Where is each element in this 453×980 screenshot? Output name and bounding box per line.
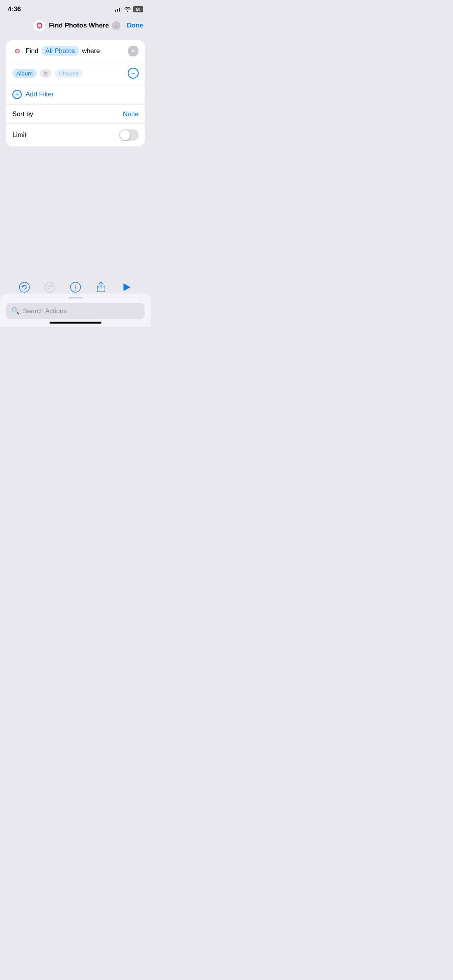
nav-title: Find Photos Where xyxy=(49,22,109,29)
search-icon: 🔍 xyxy=(12,307,20,315)
where-label: where xyxy=(82,47,100,55)
battery-icon: 50 xyxy=(133,6,143,12)
wifi-icon xyxy=(124,7,131,12)
svg-point-16 xyxy=(19,282,29,292)
toggle-knob xyxy=(120,130,130,140)
sort-row[interactable]: Sort by None xyxy=(6,105,145,124)
done-button[interactable]: Done xyxy=(127,22,143,29)
nav-title-area: Find Photos Where ⌄ xyxy=(33,19,120,32)
search-bar[interactable]: 🔍 Search Actions xyxy=(6,303,145,319)
redo-button[interactable] xyxy=(41,279,58,296)
sheet-handle xyxy=(69,297,82,298)
status-icons: 50 xyxy=(115,6,143,12)
play-icon xyxy=(121,282,132,293)
choose-pill[interactable]: Choose xyxy=(55,69,82,78)
svg-marker-21 xyxy=(124,283,130,291)
action-card: Find All Photos where Album is Choose − … xyxy=(6,40,145,146)
status-time: 4:36 xyxy=(8,5,21,13)
chevron-down-icon[interactable]: ⌄ xyxy=(112,21,120,30)
undo-icon xyxy=(19,281,30,293)
photos-app-icon xyxy=(33,19,46,32)
limit-row: Limit xyxy=(6,124,145,146)
main-content: Find All Photos where Album is Choose − … xyxy=(0,36,151,150)
sort-value: None xyxy=(123,110,139,118)
share-icon xyxy=(96,281,106,293)
limit-label: Limit xyxy=(12,131,26,139)
svg-point-7 xyxy=(38,24,41,27)
redo-icon xyxy=(44,281,56,293)
info-icon: i xyxy=(70,281,81,293)
remove-filter-button[interactable]: − xyxy=(128,68,139,79)
undo-button[interactable] xyxy=(16,279,33,296)
album-pill[interactable]: Album xyxy=(12,69,37,78)
find-label: Find xyxy=(26,47,38,55)
nav-bar: Find Photos Where ⌄ Done xyxy=(0,16,151,36)
svg-text:i: i xyxy=(75,284,76,290)
filter-row: Album is Choose − xyxy=(6,62,145,84)
limit-toggle[interactable] xyxy=(119,129,139,141)
signal-icon xyxy=(115,7,122,12)
info-button[interactable]: i xyxy=(67,279,84,296)
status-bar: 4:36 50 xyxy=(0,0,151,16)
sort-label: Sort by xyxy=(12,110,33,118)
find-row: Find All Photos where xyxy=(6,40,145,62)
add-filter-row[interactable]: + Add Filter xyxy=(6,84,145,105)
home-indicator xyxy=(50,322,101,324)
remove-button[interactable] xyxy=(128,46,139,57)
play-button[interactable] xyxy=(118,279,135,296)
all-photos-pill[interactable]: All Photos xyxy=(41,46,79,56)
search-actions-placeholder: Search Actions xyxy=(23,307,67,315)
add-filter-icon: + xyxy=(12,90,22,99)
add-filter-label: Add Filter xyxy=(26,91,54,98)
svg-point-15 xyxy=(16,50,19,53)
share-button[interactable] xyxy=(93,279,110,296)
svg-point-17 xyxy=(45,282,55,292)
is-pill[interactable]: is xyxy=(40,69,52,78)
photos-filter-icon xyxy=(12,46,22,56)
